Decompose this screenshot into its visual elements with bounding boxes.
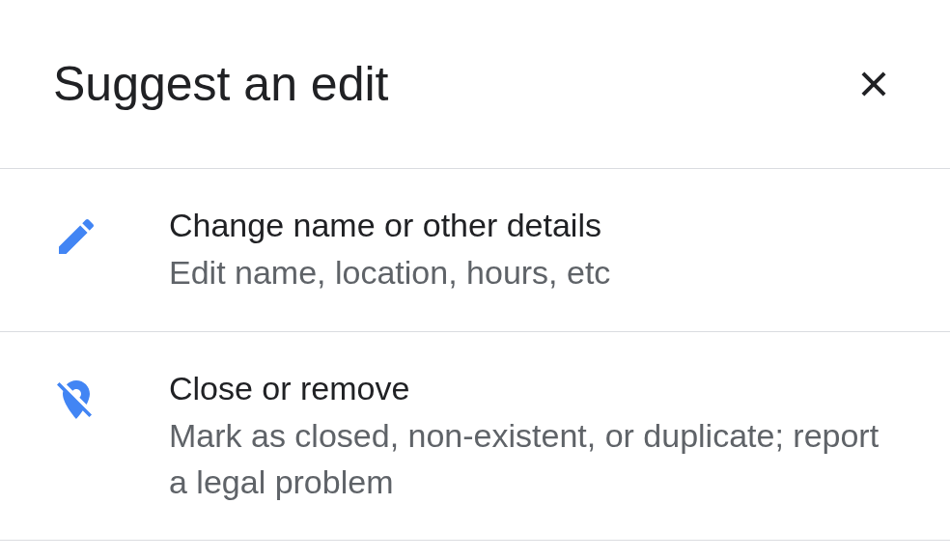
option-change-details[interactable]: Change name or other details Edit name, … <box>0 168 950 331</box>
option-content: Change name or other details Edit name, … <box>169 204 897 296</box>
dialog-header: Suggest an edit <box>0 0 950 168</box>
close-icon <box>855 66 892 102</box>
option-description: Edit name, location, hours, etc <box>169 250 897 296</box>
close-button[interactable] <box>851 61 897 107</box>
suggest-edit-dialog: Suggest an edit Change name or other det… <box>0 0 950 541</box>
location-off-icon <box>53 377 99 423</box>
option-content: Close or remove Mark as closed, non-exis… <box>169 367 897 505</box>
pencil-icon <box>53 213 99 260</box>
dialog-title: Suggest an edit <box>53 56 389 112</box>
option-title: Change name or other details <box>169 204 897 246</box>
option-close-remove[interactable]: Close or remove Mark as closed, non-exis… <box>0 331 950 541</box>
option-title: Close or remove <box>169 367 897 409</box>
option-description: Mark as closed, non-existent, or duplica… <box>169 413 897 505</box>
